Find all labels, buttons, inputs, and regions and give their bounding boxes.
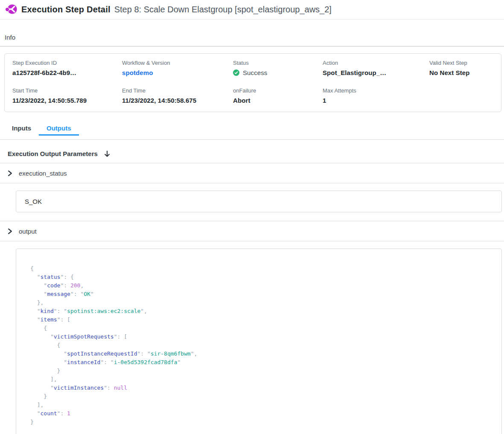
status-text: Success [243, 69, 267, 76]
brand-logo-icon [5, 3, 17, 17]
output-json-code: { "status": { "code": 200, "message": "O… [30, 264, 493, 426]
success-check-icon [233, 69, 239, 76]
param-name: execution_status [19, 170, 67, 177]
execution-status-value-box: S_OK [16, 191, 502, 212]
chevron-right-icon [8, 229, 12, 234]
execution-output-parameters-header: Execution Output Parameters [0, 140, 504, 163]
field-step-execution-id: Step Execution ID a125728f-6b22-4b9… [12, 60, 122, 76]
param-row-output[interactable]: output [0, 221, 504, 241]
field-value: No Next Step [429, 69, 501, 76]
arrow-down-icon[interactable] [104, 150, 110, 157]
page-title: Execution Step Detail [21, 5, 111, 14]
field-value: 1 [323, 97, 429, 104]
info-section-heading: Info [0, 20, 504, 46]
field-label: onFailure [233, 87, 323, 94]
field-end-time: End Time 11/23/2022, 14:50:58.675 [122, 87, 233, 104]
tab-outputs[interactable]: Outputs [39, 122, 79, 136]
output-json-box: { "status": { "code": 200, "message": "O… [16, 249, 502, 434]
field-label: End Time [122, 87, 233, 94]
field-value: 11/23/2022, 14:50:55.789 [12, 97, 122, 104]
field-label: Step Execution ID [12, 60, 122, 66]
status-badge: Success [233, 69, 323, 76]
section-title: Execution Output Parameters [8, 150, 98, 157]
field-label: Workflow & Version [122, 60, 233, 66]
info-card: Step Execution ID a125728f-6b22-4b9… Wor… [4, 53, 501, 112]
field-value: a125728f-6b22-4b9… [12, 69, 122, 76]
field-status: Status Success [233, 60, 323, 76]
tab-bar: Inputs Outputs [0, 122, 504, 136]
page-header: Execution Step Detail Step 8: Scale Down… [0, 0, 504, 20]
field-label: Start Time [12, 87, 122, 94]
field-onfailure: onFailure Abort [233, 87, 323, 104]
field-label: Max Attempts [323, 87, 429, 94]
field-value: Spot_Elastigroup_… [323, 69, 429, 76]
field-label: Valid Next Step [429, 60, 501, 66]
field-label: Action [323, 60, 429, 66]
chevron-right-icon [8, 171, 12, 176]
param-row-execution-status[interactable]: execution_status [0, 163, 504, 183]
field-valid-next-step: Valid Next Step No Next Step [429, 60, 501, 76]
divider [0, 241, 504, 241]
tab-inputs[interactable]: Inputs [4, 122, 39, 136]
field-action: Action Spot_Elastigroup_… [323, 60, 429, 76]
field-value: 11/23/2022, 14:50:58.675 [122, 97, 233, 104]
param-name: output [19, 228, 37, 235]
workflow-link[interactable]: spotdemo [122, 69, 233, 76]
page-subtitle: Step 8: Scale Down Elastgroup [spot_elas… [114, 5, 332, 14]
divider [0, 183, 504, 183]
field-start-time: Start Time 11/23/2022, 14:50:55.789 [12, 87, 122, 104]
field-value: Abort [233, 97, 323, 104]
field-label: Status [233, 60, 323, 66]
field-max-attempts: Max Attempts 1 [323, 87, 429, 104]
field-workflow-version: Workflow & Version spotdemo [122, 60, 233, 76]
